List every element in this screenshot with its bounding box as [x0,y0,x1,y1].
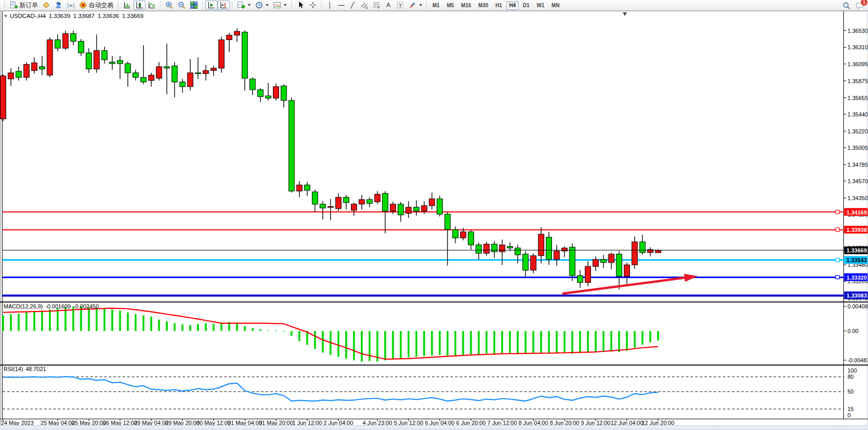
price-tick-label: 1.35440 [847,111,868,118]
svg-text:F: F [378,6,380,9]
toolbar-separator [321,1,322,9]
trendline-tool[interactable]: ╱ [347,1,358,10]
new-order-button[interactable]: 新订单 [8,1,40,10]
candle [195,73,201,74]
line-handle-1.33320[interactable] [836,276,839,279]
candle [374,194,380,202]
macd-bar [494,331,496,354]
macd-bar [657,331,659,341]
svg-text:E: E [366,6,368,9]
ohlc-open: 1.33639 [49,13,70,19]
timeframe-M30[interactable]: M30 [475,1,491,10]
crosshair-button[interactable] [307,1,319,10]
timeframe-H1[interactable]: H1 [492,1,505,10]
macd-bar [41,310,43,331]
candle [164,67,170,68]
macd-bar [579,331,581,353]
macd-bar [150,317,152,331]
candle [8,73,14,79]
candle [452,229,458,238]
line-handle-1.34169[interactable] [836,210,839,214]
chat-button[interactable]: 1 [856,2,864,10]
timeframe-W1[interactable]: W1 [534,1,547,10]
timeframe-M1[interactable]: M1 [429,1,443,10]
candle [94,50,100,69]
candle [647,249,653,252]
gold-ingot-button[interactable] [40,1,52,10]
toolbar-grip[interactable] [117,2,120,9]
candle [491,244,497,252]
tile-windows-button[interactable] [188,1,200,10]
candle [460,232,466,238]
line-handle-1.33938[interactable] [836,228,839,231]
search-icon[interactable] [842,2,851,10]
indicators-button[interactable] [235,1,253,10]
text-label-icon: T [396,1,404,9]
customer-service-icon [54,1,63,9]
candle [359,200,365,204]
candle [655,250,661,252]
macd-bar [158,320,160,331]
macd-bar [244,326,246,331]
candle [569,247,575,276]
candle [437,199,443,214]
bar-chart-button[interactable] [121,1,133,10]
timeframe-D1[interactable]: D1 [520,1,532,10]
timeframes-button[interactable] [253,1,271,10]
macd-bar [603,331,605,351]
candle [585,266,591,282]
candle [281,86,287,100]
macd-bar [33,311,35,331]
chart-shift-icon [220,1,228,9]
crosshair-icon [309,1,317,9]
macd-bar [283,331,285,331]
autotrading-button[interactable]: 自动交易 [77,1,115,10]
vertical-line-tool[interactable]: │ [324,1,336,10]
timeframe-M15[interactable]: M15 [458,1,474,10]
price-badge-label: 1.33320 [846,275,867,281]
candle [211,68,216,70]
horizontal-line-icon: — [338,1,345,9]
candle [601,260,606,263]
candle [226,35,232,40]
zoom-in-button[interactable] [163,1,175,10]
horizontal-line-tool[interactable]: — [336,1,347,10]
candle [429,199,435,205]
chart-canvas[interactable]: 1.365301.363101.360951.358751.356551.354… [0,0,868,430]
toolbar-separator [160,1,161,9]
new-order-label: 新订单 [19,1,38,10]
zoom-in-icon [165,1,173,9]
timeframe-M5[interactable]: M5 [444,1,457,10]
signal-button[interactable] [65,1,77,10]
toolbar-grip[interactable] [290,2,293,9]
text-tool[interactable]: A [383,1,394,10]
chart-shift-marker[interactable] [623,12,627,16]
macd-bar [166,321,168,331]
macd-bar [462,331,464,355]
price-tick-label: 1.35655 [847,95,868,101]
macd-bar [564,331,566,353]
macd-bar [174,323,176,331]
customer-service-button[interactable] [52,1,65,10]
toolbar-grip[interactable] [4,2,6,9]
cursor-button[interactable] [294,1,307,10]
macd-bar [111,309,113,331]
fibonacci-icon: F [372,1,381,9]
timeframe-H4[interactable]: H4 [506,1,519,10]
candle [328,206,333,207]
indicators-icon [237,1,245,9]
timeframe-MN[interactable]: MN [548,1,563,10]
candlestick-chart-button[interactable] [133,1,146,10]
chart-shift-button[interactable] [218,1,230,10]
collapse-icon[interactable]: ▼ [4,14,8,18]
macd-bar [299,331,301,341]
equidistant-channel-tool[interactable]: E [358,1,370,10]
line-handle-1.33543[interactable] [836,258,839,262]
arrows-tool[interactable] [406,1,424,10]
templates-button[interactable] [271,1,289,10]
zoom-out-button[interactable] [175,1,188,10]
auto-scroll-button[interactable] [205,1,218,10]
text-label-tool[interactable]: T [394,1,406,10]
fibonacci-tool[interactable]: F [370,1,383,10]
line-chart-button[interactable] [146,1,158,10]
